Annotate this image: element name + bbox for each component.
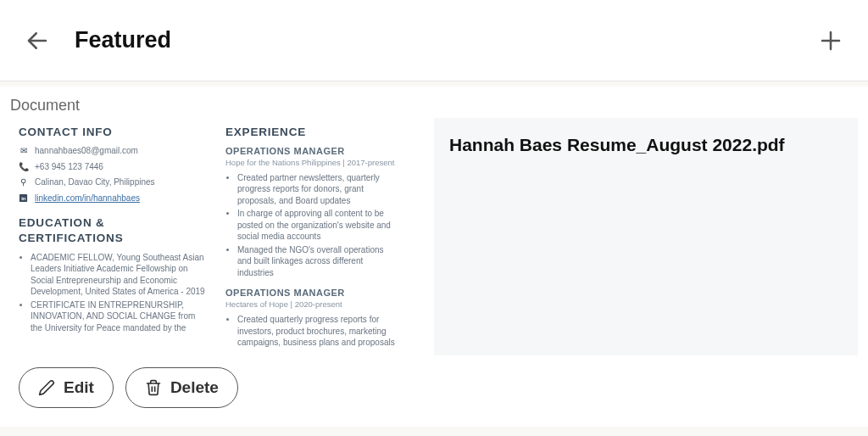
experience-heading: EXPERIENCE [225, 125, 400, 140]
resume-right-column: EXPERIENCE OPERATIONS MANAGER Hope for t… [225, 125, 400, 350]
file-info-pane: Hannah Baes Resume_August 2022.pdf [434, 118, 858, 355]
back-button[interactable] [20, 24, 54, 58]
phone-value: +63 945 123 7446 [35, 161, 103, 173]
edit-button[interactable]: Edit [19, 367, 114, 408]
email-icon: ✉ [19, 146, 28, 155]
job-subtitle: Hectares of Hope | 2020-present [225, 299, 400, 310]
contact-heading: CONTACT INFO [19, 125, 205, 140]
education-list: ACADEMIC FELLOW, Young Southeast Asian L… [19, 252, 205, 334]
action-bar: Edit Delete [10, 355, 858, 416]
phone-icon: 📞 [19, 162, 28, 171]
add-button[interactable] [814, 24, 848, 58]
contact-address: ⚲ Calinan, Davao City, Philippines [19, 176, 205, 188]
arrow-left-icon [25, 28, 50, 53]
job-subtitle: Hope for the Nations Philippines | 2017-… [225, 158, 400, 169]
document-type-label: Document [10, 97, 858, 115]
email-value: hannahbaes08@gmail.com [35, 145, 138, 157]
document-preview[interactable]: CONTACT INFO ✉ hannahbaes08@gmail.com 📞 … [10, 118, 409, 355]
address-value: Calinan, Davao City, Philippines [35, 176, 155, 188]
edit-label: Edit [64, 378, 94, 397]
content-area: Document CONTACT INFO ✉ hannahbaes08@gma… [0, 87, 868, 427]
resume-content: CONTACT INFO ✉ hannahbaes08@gmail.com 📞 … [10, 118, 409, 355]
job-bullet: Managed the NGO's overall operations and… [237, 244, 400, 279]
job-bullets: Created quarterly progress reports for i… [225, 314, 400, 349]
contact-linkedin: in linkedin.com/in/hannahbaes [19, 193, 205, 204]
education-heading: EDUCATION & CERTIFICATIONS [19, 215, 205, 246]
education-item: CERTIFICATE IN ENTREPRENURSHIP, INNOVATI… [31, 299, 205, 334]
contact-phone: 📞 +63 945 123 7446 [19, 161, 205, 173]
job-bullet: In charge of approving all content to be… [237, 208, 400, 243]
delete-button[interactable]: Delete [125, 367, 238, 408]
resume-left-column: CONTACT INFO ✉ hannahbaes08@gmail.com 📞 … [19, 125, 205, 350]
delete-label: Delete [170, 378, 219, 397]
document-row: CONTACT INFO ✉ hannahbaes08@gmail.com 📞 … [10, 118, 858, 355]
pencil-icon [38, 379, 55, 396]
education-item: ACADEMIC FELLOW, Young Southeast Asian L… [31, 252, 205, 298]
job-title: OPERATIONS MANAGER [225, 287, 400, 299]
job-bullets: Created partner newsletters, quarterly p… [225, 172, 400, 279]
job-title: OPERATIONS MANAGER [225, 145, 400, 158]
job-bullet: Created quarterly progress reports for i… [237, 314, 400, 349]
contact-email: ✉ hannahbaes08@gmail.com [19, 145, 205, 157]
file-title: Hannah Baes Resume_August 2022.pdf [449, 135, 843, 155]
plus-icon [818, 28, 843, 53]
trash-icon [145, 379, 162, 396]
page-title: Featured [75, 27, 171, 53]
page-header: Featured [0, 0, 868, 81]
svg-text:in: in [21, 196, 26, 201]
linkedin-value: linkedin.com/in/hannahbaes [35, 193, 140, 204]
job-bullet: Created partner newsletters, quarterly p… [237, 172, 400, 207]
location-icon: ⚲ [19, 177, 28, 187]
linkedin-icon: in [19, 193, 28, 203]
